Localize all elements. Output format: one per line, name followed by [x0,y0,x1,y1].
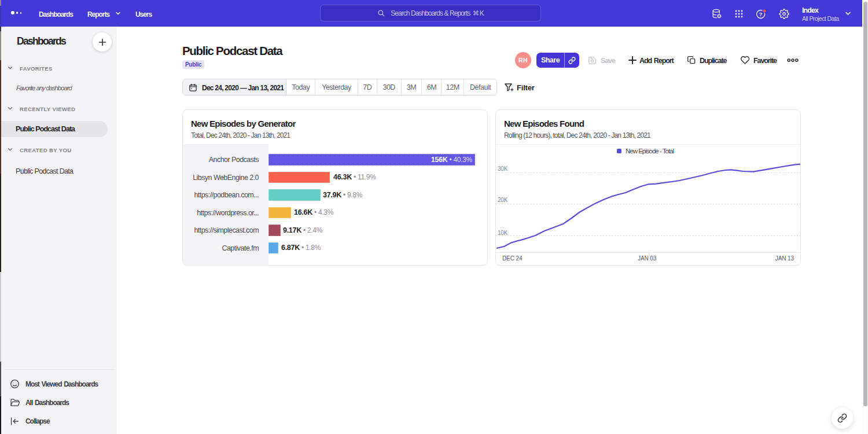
svg-text:?: ? [759,11,763,17]
